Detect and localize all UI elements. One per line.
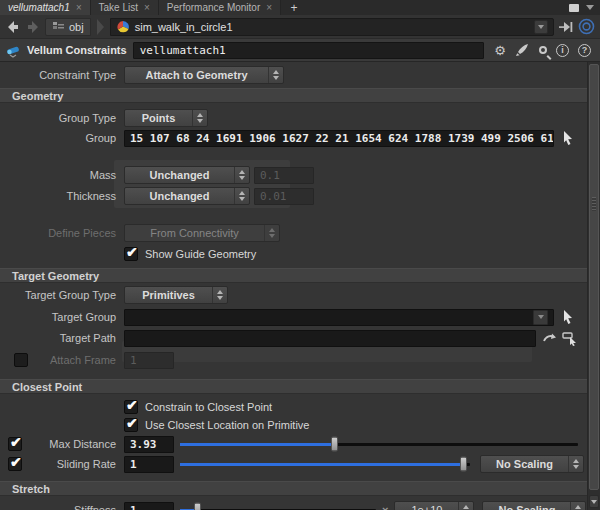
define-pieces-value: From Connectivity	[125, 225, 264, 241]
sliding-rate-input[interactable]: 1	[124, 456, 174, 473]
gear-menu-icon[interactable]: ⚙	[494, 44, 506, 57]
max-distance-input[interactable]: 3.93	[124, 436, 174, 453]
spinner-icon	[568, 456, 583, 472]
constraint-type-dropdown[interactable]: Attach to Geometry	[124, 66, 284, 84]
mass-input: 0.1	[254, 167, 314, 184]
thickness-input: 0.01	[254, 188, 314, 205]
node-name-value: vellumattach1	[140, 44, 226, 57]
param-row-stiffness: Stiffness 1 × 1e+10 No Scaling	[0, 501, 587, 510]
close-icon[interactable]: ×	[266, 3, 272, 13]
define-pieces-dropdown: From Connectivity	[124, 224, 280, 242]
param-row-target-group-type: Target Group Type Primitives	[0, 286, 587, 304]
slider-handle[interactable]	[194, 503, 201, 510]
group-value: 15 107 68 24 1691 1906 1627 22 21 1654 6…	[130, 132, 554, 145]
breadcrumb-separator-icon	[97, 19, 104, 35]
mass-mode-value: Unchanged	[125, 167, 234, 183]
attach-frame-value: 1	[130, 354, 137, 367]
help-icon[interactable]: ?	[578, 44, 591, 57]
param-row-constrain-closest: Constrain to Closest Point	[0, 398, 587, 415]
path-bar: obj sim_walk_in_circle1	[0, 15, 600, 39]
section-header-closest-point[interactable]: Closest Point	[0, 379, 587, 394]
group-input[interactable]: 15 107 68 24 1691 1906 1627 22 21 1654 6…	[124, 130, 554, 147]
info-icon[interactable]: i	[556, 44, 569, 57]
op-path-select-icon[interactable]	[562, 331, 578, 346]
context-label: obj	[69, 21, 84, 33]
sliding-rate-slider[interactable]	[180, 455, 470, 473]
max-distance-enable-checkbox[interactable]	[8, 437, 22, 451]
section-header-geometry[interactable]: Geometry	[0, 88, 587, 103]
thickness-mode-value: Unchanged	[125, 188, 234, 204]
section-header-stretch[interactable]: Stretch	[0, 481, 587, 496]
spinner-icon	[212, 287, 227, 303]
node-header: Vellum Constraints vellumattach1 ⚙ i ?	[0, 39, 600, 62]
reselect-node-icon[interactable]	[542, 332, 557, 344]
scrollbar-thumb[interactable]	[589, 64, 599, 490]
spinner-icon	[268, 67, 283, 83]
thickness-value: 0.01	[260, 190, 287, 203]
tab-take-list[interactable]: Take List ×	[91, 0, 159, 15]
stiffness-value: 1	[130, 504, 137, 510]
tab-performance-monitor[interactable]: Performance Monitor ×	[159, 0, 281, 15]
slider-handle[interactable]	[460, 457, 467, 472]
close-icon[interactable]: ×	[144, 3, 150, 13]
define-pieces-label: Define Pieces	[4, 227, 124, 239]
pane-tab-bar: vellumattach1 × Take List × Performance …	[0, 0, 600, 15]
group-type-label: Group Type	[4, 112, 124, 124]
constrain-closest-label: Constrain to Closest Point	[145, 401, 272, 413]
search-icon[interactable]	[539, 46, 547, 54]
target-group-menu-chevron-icon[interactable]	[533, 310, 548, 325]
use-closest-checkbox[interactable]	[124, 418, 138, 432]
constrain-closest-checkbox[interactable]	[124, 400, 138, 414]
max-distance-slider[interactable]	[180, 435, 578, 453]
tab-vellumattach1[interactable]: vellumattach1 ×	[0, 0, 91, 15]
group-type-value: Points	[125, 110, 192, 126]
breadcrumb-context[interactable]: obj	[45, 18, 91, 36]
stiffness-input[interactable]: 1	[124, 502, 174, 510]
param-row-constraint-type: Constraint Type Attach to Geometry	[0, 66, 587, 84]
max-distance-label: Max Distance	[22, 438, 124, 450]
stiffness-slider[interactable]	[180, 501, 376, 510]
forward-button[interactable]	[25, 20, 41, 34]
node-name-input[interactable]: vellumattach1	[133, 42, 485, 59]
section-header-target-geometry[interactable]: Target Geometry	[0, 268, 587, 283]
multiply-icon: ×	[376, 504, 394, 510]
radial-menu-icon[interactable]	[578, 18, 595, 35]
show-guide-checkbox[interactable]	[124, 247, 138, 261]
param-row-mass: Mass Unchanged 0.1	[0, 166, 587, 184]
current-node-path[interactable]: sim_walk_in_circle1	[110, 18, 554, 36]
group-type-dropdown[interactable]: Points	[124, 109, 208, 127]
sliding-rate-enable-checkbox[interactable]	[8, 457, 22, 471]
pin-icon[interactable]	[558, 20, 574, 34]
target-path-label: Target Path	[4, 332, 124, 344]
pane-maximize-icon[interactable]	[569, 4, 579, 12]
target-group-input[interactable]	[124, 309, 554, 326]
spinner-icon	[570, 502, 585, 510]
param-row-group-type: Group Type Points	[0, 109, 587, 127]
constraint-type-value: Attach to Geometry	[125, 67, 268, 83]
max-distance-value: 3.93	[130, 438, 157, 451]
slider-handle[interactable]	[331, 437, 338, 452]
spinner-icon	[234, 188, 249, 204]
path-history-dropdown[interactable]	[534, 20, 548, 34]
mass-mode-dropdown[interactable]: Unchanged	[124, 166, 250, 184]
parameter-pane: Constraint Type Attach to Geometry Geome…	[0, 62, 587, 510]
group-select-arrow-icon[interactable]	[560, 130, 576, 146]
node-type-label: Vellum Constraints	[27, 44, 127, 56]
close-icon[interactable]: ×	[76, 3, 82, 13]
node-path-label: sim_walk_in_circle1	[135, 21, 233, 33]
brush-icon[interactable]	[515, 43, 530, 57]
thickness-mode-dropdown[interactable]: Unchanged	[124, 187, 250, 205]
target-group-select-arrow-icon[interactable]	[560, 309, 576, 325]
vertical-scrollbar[interactable]	[587, 62, 600, 510]
target-path-input[interactable]	[124, 330, 536, 347]
target-group-type-dropdown[interactable]: Primitives	[124, 286, 228, 304]
back-button[interactable]	[5, 20, 21, 34]
tab-label: Performance Monitor	[167, 2, 260, 13]
attach-frame-enable-checkbox[interactable]	[14, 353, 28, 367]
new-tab-button[interactable]: +	[281, 0, 307, 15]
pane-menu-chevron-icon[interactable]	[586, 5, 594, 10]
stiffness-scaling-dropdown[interactable]: No Scaling	[482, 501, 586, 510]
scrollbar-down-button[interactable]	[589, 495, 599, 508]
sliding-rate-scaling-dropdown[interactable]: No Scaling	[480, 455, 584, 473]
stiffness-max-dropdown[interactable]: 1e+10	[394, 501, 474, 510]
